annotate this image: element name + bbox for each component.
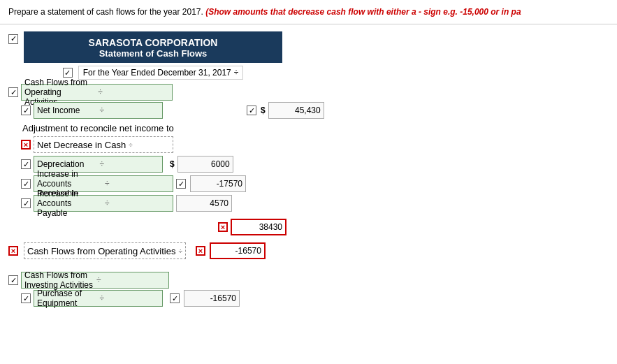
subtotal-value[interactable]: 38430 — [231, 219, 286, 235]
ar-checkbox[interactable] — [21, 179, 31, 189]
header-checkbox[interactable] — [8, 34, 18, 44]
depreciation-value[interactable]: 6000 — [177, 156, 233, 173]
depreciation-row: Depreciation ÷ $ 6000 — [21, 156, 609, 173]
investing-activities-row: Cash Flows from Investing Activities ÷ — [8, 272, 609, 289]
depreciation-dropdown-arrow: ÷ — [100, 159, 160, 169]
net-decrease-xmark[interactable]: × — [21, 140, 31, 150]
net-income-dropdown-arrow: ÷ — [100, 105, 160, 115]
operating-total-arrow: ÷ — [178, 247, 182, 255]
ap-dropdown-arrow: ÷ — [105, 198, 170, 208]
header-box: SARASOTA CORPORATION Statement of Cash F… — [24, 31, 282, 63]
subtotal-row: × 38430 — [218, 219, 609, 235]
operating-activities-dropdown[interactable]: Cash Flows from Operating Activities ÷ — [21, 84, 173, 101]
operating-total-row: × Cash Flows from Operating Activities ÷… — [8, 242, 609, 259]
depreciation-checkbox[interactable] — [21, 159, 31, 169]
operating-total-value-xmark[interactable]: × — [196, 246, 205, 256]
accounts-receivable-row: Increase in Accounts Receivable ÷ -17570 — [21, 175, 609, 192]
year-dropdown[interactable]: For the Year Ended December 31, 2017 ÷ — [78, 66, 244, 80]
year-dropdown-arrow[interactable]: ÷ — [234, 68, 239, 78]
investing-checkbox[interactable] — [8, 275, 18, 285]
operating-total-dropdown[interactable]: Cash Flows from Operating Activities ÷ — [24, 242, 186, 259]
ap-checkbox[interactable] — [21, 198, 31, 208]
instruction-highlight: (Show amounts that decrease cash flow wi… — [205, 7, 521, 17]
instruction-bar: Prepare a statement of cash flows for th… — [0, 0, 617, 24]
net-decrease-dropdown-arrow: ÷ — [129, 141, 133, 149]
operating-total-label: Cash Flows from Operating Activities — [27, 246, 175, 256]
stmt-title: Statement of Cash Flows — [38, 48, 268, 59]
net-decrease-row: × Net Decrease in Cash ÷ — [21, 136, 609, 153]
ap-dropdown[interactable]: Increase in Accounts Payable ÷ — [34, 195, 173, 212]
ap-value[interactable]: 4570 — [176, 195, 232, 212]
net-income-label: Net Income — [37, 105, 97, 115]
net-income-value-checkbox[interactable] — [247, 105, 256, 115]
net-income-row: Net Income ÷ $ 45,430 — [21, 102, 609, 119]
net-income-checkbox[interactable] — [21, 105, 31, 115]
corp-name: SARASOTA CORPORATION — [38, 37, 268, 48]
investing-dropdown-arrow: ÷ — [96, 275, 166, 285]
net-decrease-label: Net Decrease in Cash — [37, 140, 126, 150]
operating-dropdown-arrow: ÷ — [98, 87, 168, 97]
investing-activities-dropdown[interactable]: Cash Flows from Investing Activities ÷ — [21, 272, 169, 289]
ar-value-checkbox[interactable] — [176, 179, 186, 189]
pe-label: Purchase of Equipment — [37, 289, 97, 308]
purchase-equipment-row: Purchase of Equipment ÷ -16570 — [21, 290, 609, 307]
instruction-text: Prepare a statement of cash flows for th… — [8, 7, 203, 17]
net-income-value[interactable]: 45,430 — [268, 102, 324, 119]
net-income-dollar: $ — [261, 105, 266, 115]
pe-dropdown[interactable]: Purchase of Equipment ÷ — [34, 290, 163, 307]
operating-total-value[interactable]: -16570 — [210, 242, 266, 259]
adjustment-label: Adjustment to reconcile net income to — [22, 123, 609, 133]
depreciation-dollar: $ — [170, 159, 175, 169]
pe-dropdown-arrow: ÷ — [100, 293, 160, 303]
pe-checkbox[interactable] — [21, 293, 31, 303]
year-checkbox[interactable] — [63, 68, 73, 78]
ar-dropdown-arrow: ÷ — [105, 179, 170, 189]
operating-activities-row: Cash Flows from Operating Activities ÷ — [8, 84, 609, 101]
investing-activities-label: Cash Flows from Investing Activities — [24, 270, 94, 290]
net-income-dropdown[interactable]: Net Income ÷ — [34, 102, 163, 119]
operating-checkbox[interactable] — [8, 87, 18, 97]
pe-value[interactable]: -16570 — [184, 290, 240, 307]
ar-value[interactable]: -17570 — [190, 175, 246, 192]
year-label: For the Year Ended December 31, 2017 — [83, 68, 231, 78]
depreciation-label: Depreciation — [37, 159, 97, 169]
operating-total-xmark[interactable]: × — [8, 246, 18, 256]
pe-value-checkbox[interactable] — [170, 293, 180, 303]
accounts-payable-row: Increase in Accounts Payable ÷ 4570 — [21, 195, 609, 212]
subtotal-xmark[interactable]: × — [218, 222, 228, 232]
ap-label: Increase in Accounts Payable — [37, 189, 102, 218]
net-decrease-dropdown[interactable]: Net Decrease in Cash ÷ — [34, 136, 173, 153]
